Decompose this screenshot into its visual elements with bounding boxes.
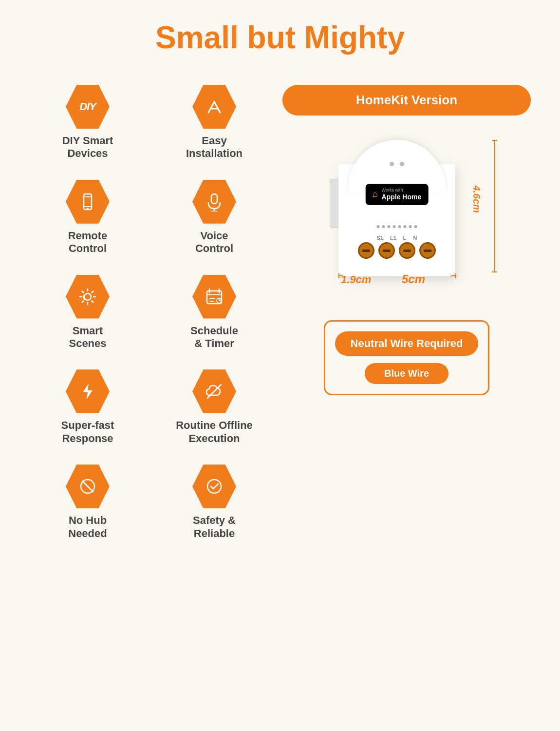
- dimension-cap-top: [492, 140, 497, 141]
- diy-hex-container: DIY: [66, 85, 110, 129]
- feature-grid: DIY DIY SmartDevices EasyInstal: [29, 85, 273, 540]
- nohub-hexagon: [66, 464, 110, 508]
- feature-diy: DIY DIY SmartDevices: [29, 85, 146, 160]
- cloud-offline-icon: [205, 382, 224, 401]
- terminal-4: [419, 242, 436, 259]
- voice-hexagon: [192, 180, 236, 224]
- svg-line-18: [82, 301, 84, 302]
- connector-dots-row: [377, 225, 417, 228]
- svg-point-10: [84, 293, 91, 300]
- superfast-label: Super-fastResponse: [61, 419, 114, 445]
- voice-hex-container: [192, 180, 236, 224]
- feature-schedule: Schedule& Timer: [156, 275, 273, 350]
- svg-rect-7: [211, 194, 217, 204]
- phone-icon: [78, 192, 97, 212]
- feature-no-hub: No HubNeeded: [29, 464, 146, 540]
- apple-home-text: Works with Apple Home: [382, 188, 422, 201]
- safety-hex-container: [192, 464, 236, 508]
- offline-hexagon: [192, 369, 236, 413]
- svg-line-17: [92, 291, 93, 292]
- feature-easy-install: EasyInstallation: [156, 85, 273, 160]
- apple-home-label: Apple Home: [382, 193, 422, 201]
- terminal-slot-4: [424, 250, 431, 252]
- safety-label: Safety &Reliable: [193, 514, 236, 540]
- easy-install-hex-container: [192, 85, 236, 129]
- main-content: DIY DIY SmartDevices EasyInstal: [29, 85, 531, 540]
- offline-label: Routine OfflineExecution: [176, 419, 253, 445]
- svg-line-0: [208, 102, 214, 113]
- feature-offline: Routine OfflineExecution: [156, 369, 273, 445]
- scenes-hexagon: [66, 275, 110, 319]
- feature-scenes: SmartScenes: [29, 275, 146, 350]
- homekit-badge: HomeKit Version: [282, 85, 531, 115]
- svg-marker-28: [83, 384, 93, 399]
- svg-line-31: [82, 481, 93, 492]
- feature-remote: RemoteControl: [29, 180, 146, 255]
- svg-rect-3: [84, 194, 92, 210]
- blue-wire-badge: Blue Wire: [365, 363, 448, 384]
- terminal-3: [399, 242, 415, 259]
- terminal-label-l1: L1: [390, 235, 396, 241]
- conn-dot-4: [393, 225, 396, 228]
- terminal-2: [378, 242, 395, 259]
- svg-line-1: [214, 102, 220, 113]
- neutral-wire-header: Neutral Wire Required: [335, 331, 478, 356]
- status-dot-2: [400, 162, 404, 166]
- schedule-hexagon: [192, 275, 236, 319]
- app-store-icon: [205, 97, 224, 116]
- terminal-label-n: N: [413, 235, 417, 241]
- terminal-1: [358, 242, 374, 259]
- diy-hexagon: DIY: [66, 85, 110, 129]
- dimension-cap-right: [455, 273, 456, 278]
- conn-dot-2: [382, 225, 385, 228]
- terminal-labels-row: S1 L1 L N: [377, 235, 417, 241]
- feature-voice: VoiceControl: [156, 180, 273, 255]
- status-dot-1: [390, 162, 394, 166]
- apple-home-badge: ⌂ Works with Apple Home: [366, 184, 429, 205]
- works-with-text: Works with: [382, 188, 422, 193]
- svg-line-15: [82, 291, 84, 292]
- product-section: HomeKit Version 4.6cm: [282, 85, 531, 540]
- height-dimension: 4.6cm: [471, 185, 482, 213]
- svg-point-32: [207, 480, 221, 493]
- svg-line-16: [92, 301, 93, 302]
- terminal-slot-3: [403, 250, 411, 252]
- terminal-label-l: L: [403, 235, 407, 241]
- terminals-row: [358, 242, 436, 259]
- easy-install-label: EasyInstallation: [186, 135, 243, 160]
- device-body: ⌂ Works with Apple Home: [338, 140, 455, 276]
- safety-hexagon: [192, 464, 236, 508]
- dimension-cap-bottom: [492, 271, 497, 272]
- width-dimension: 5cm: [402, 272, 425, 286]
- superfast-hex-container: [66, 369, 110, 413]
- schedule-label: Schedule& Timer: [190, 325, 238, 350]
- voice-label: VoiceControl: [195, 230, 233, 255]
- dimension-line-vertical: [494, 140, 495, 271]
- shield-check-icon: [205, 477, 224, 496]
- remote-hexagon: [66, 180, 110, 224]
- conn-dot-7: [409, 225, 412, 228]
- feature-superfast: Super-fastResponse: [29, 369, 146, 445]
- superfast-hexagon: [66, 369, 110, 413]
- remote-hex-container: [66, 180, 110, 224]
- nohub-hex-container: [66, 464, 110, 508]
- conn-dot-3: [388, 225, 391, 228]
- terminal-slot-2: [383, 250, 391, 252]
- schedule-icon: [205, 287, 224, 307]
- scenes-label: SmartScenes: [69, 325, 106, 350]
- diy-label: DIY SmartDevices: [62, 135, 113, 160]
- conn-dot-5: [398, 225, 401, 228]
- conn-dot-1: [377, 225, 380, 228]
- side-connector-left: [330, 179, 338, 228]
- terminal-label-s1: S1: [377, 235, 383, 241]
- neutral-wire-box: Neutral Wire Required Blue Wire: [324, 320, 489, 395]
- conn-dot-6: [404, 225, 407, 228]
- nohub-label: No HubNeeded: [68, 514, 107, 540]
- offline-hex-container: [192, 369, 236, 413]
- svg-point-6: [87, 208, 89, 210]
- conn-dot-8: [414, 225, 417, 228]
- terminal-slot-1: [362, 250, 370, 252]
- diy-icon: DIY: [79, 100, 96, 113]
- feature-safety: Safety &Reliable: [156, 464, 273, 540]
- mic-icon: [205, 192, 224, 212]
